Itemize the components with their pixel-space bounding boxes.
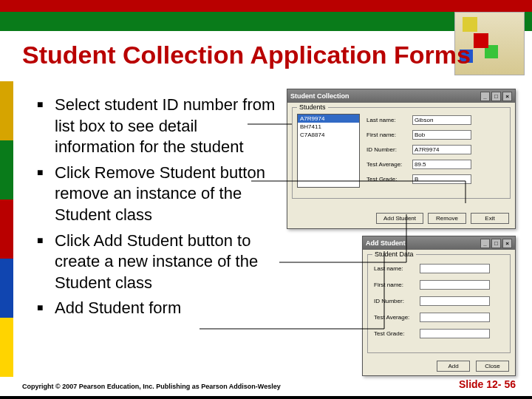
firstname-input[interactable] bbox=[420, 280, 490, 290]
lastname-label: Last name: bbox=[374, 265, 420, 272]
maximize-icon[interactable]: □ bbox=[491, 92, 501, 101]
copyright: Copyright © 2007 Pearson Education, Inc.… bbox=[22, 383, 281, 390]
grade-label: Test Grade: bbox=[374, 330, 420, 337]
bullet-item: Select student ID number from list box t… bbox=[37, 95, 281, 158]
titlebar: Add Student _ □ × bbox=[363, 236, 515, 250]
grade-input[interactable] bbox=[420, 329, 490, 338]
bullet-item: Click Remove Student button remove an in… bbox=[37, 163, 281, 226]
list-item[interactable]: C7A8874 bbox=[298, 131, 359, 139]
avg-label: Test Average: bbox=[374, 314, 420, 321]
slide-title: Student Collection Application Forms bbox=[22, 41, 471, 69]
grade-value: B bbox=[412, 174, 471, 184]
lastname-input[interactable] bbox=[420, 264, 490, 273]
bullet-item: Add Student form bbox=[37, 298, 281, 319]
firstname-value: Bob bbox=[412, 130, 471, 140]
exit-button[interactable]: Exit bbox=[471, 213, 509, 224]
list-item[interactable]: BH7411 bbox=[298, 123, 359, 131]
id-input[interactable] bbox=[420, 296, 490, 306]
student-id-listbox[interactable]: A7R9974 BH7411 C7A8874 bbox=[297, 114, 360, 188]
bottom-black-bar bbox=[0, 396, 532, 399]
avg-input[interactable] bbox=[420, 313, 490, 322]
remove-student-button[interactable]: Remove bbox=[428, 213, 466, 224]
avg-value: 89.5 bbox=[412, 160, 471, 169]
close-icon[interactable]: × bbox=[502, 239, 512, 248]
bullet-list: Select student ID number from list box t… bbox=[37, 95, 281, 324]
lastname-value: Gibson bbox=[412, 115, 471, 125]
groupbox-label: Students bbox=[297, 103, 328, 111]
id-label: ID Number: bbox=[374, 298, 420, 304]
avg-label: Test Average: bbox=[366, 161, 412, 168]
close-icon[interactable]: × bbox=[502, 92, 512, 101]
add-button[interactable]: Add bbox=[437, 361, 470, 372]
student-collection-window: Student Collection _ □ × Students A7R997… bbox=[287, 89, 516, 229]
minimize-icon[interactable]: _ bbox=[480, 92, 490, 101]
list-item[interactable]: A7R9974 bbox=[298, 115, 359, 123]
top-green-bar bbox=[0, 12, 532, 31]
top-red-bar bbox=[0, 0, 532, 12]
bullet-item: Click Add Student button to create a new… bbox=[37, 231, 281, 294]
firstname-label: First name: bbox=[366, 132, 412, 138]
close-button[interactable]: Close bbox=[476, 361, 509, 372]
window-title: Student Collection bbox=[290, 92, 349, 100]
firstname-label: First name: bbox=[374, 282, 420, 288]
left-stripe bbox=[0, 81, 13, 369]
titlebar: Student Collection _ □ × bbox=[287, 89, 515, 103]
groupbox-label: Student Data bbox=[372, 250, 416, 258]
minimize-icon[interactable]: _ bbox=[480, 239, 490, 248]
add-student-button[interactable]: Add Student bbox=[376, 213, 423, 224]
window-title: Add Student bbox=[366, 239, 406, 247]
add-student-window: Add Student _ □ × Student Data Last name… bbox=[362, 236, 516, 376]
id-label: ID Number: bbox=[366, 146, 412, 153]
student-data-groupbox: Student Data Last name: First name: ID N… bbox=[367, 254, 511, 353]
students-groupbox: Students A7R9974 BH7411 C7A8874 Last nam… bbox=[292, 107, 511, 199]
lastname-label: Last name: bbox=[366, 117, 412, 123]
grade-label: Test Grade: bbox=[366, 176, 412, 183]
maximize-icon[interactable]: □ bbox=[491, 239, 501, 248]
id-value: A7R9974 bbox=[412, 145, 471, 154]
slide-number: Slide 12- 56 bbox=[459, 378, 516, 390]
